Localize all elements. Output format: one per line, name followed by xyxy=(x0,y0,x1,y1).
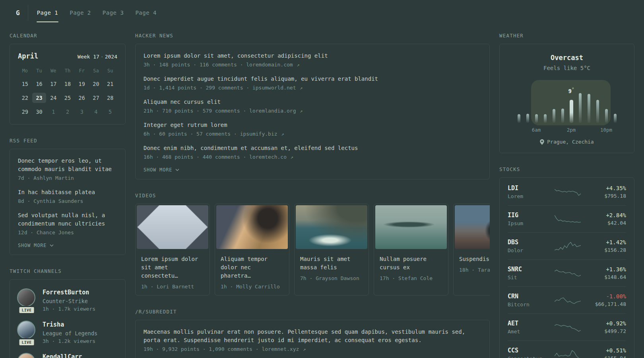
stock-identity: AETAmet xyxy=(508,320,551,335)
stock-price: $156.28 xyxy=(585,247,626,253)
stock-sparkline xyxy=(555,348,581,358)
header-tabs: Page 1Page 2Page 3Page 4 xyxy=(36,3,157,22)
tab-page-4[interactable]: Page 4 xyxy=(134,3,157,22)
video-thumbnail xyxy=(216,205,288,249)
twitch-channel[interactable]: LIVETrishaLeague of Legends3h · 1.2k vie… xyxy=(17,321,118,344)
twitch-channel[interactable]: KendallCarr xyxy=(17,353,118,358)
stock-row[interactable]: CCSConsectetur+0.51%$165.84 xyxy=(508,340,626,358)
chevron-down-icon xyxy=(175,169,179,171)
stock-row[interactable]: IIGIpsum+2.84%$42.04 xyxy=(508,205,626,232)
weather-bar xyxy=(526,114,529,123)
hacker-news-item-title[interactable]: Donec enim nibh, condimentum et accumsan… xyxy=(144,144,481,152)
external-link-icon: ↗ xyxy=(291,154,293,160)
stock-sparkline xyxy=(555,185,581,199)
hacker-news-item-title[interactable]: Aliquam nec cursus elit xyxy=(144,98,481,106)
subreddit-post-item-title[interactable]: Maecenas mollis pulvinar erat non posuer… xyxy=(144,328,481,344)
tab-page-2[interactable]: Page 2 xyxy=(69,3,92,22)
calendar-day: 1 xyxy=(46,107,60,117)
rss-section-title: RSS FEED xyxy=(10,138,126,144)
twitch-card: LIVEForrestBurtonCounter-Strike1h · 1.7k… xyxy=(10,279,126,358)
live-badge: LIVE xyxy=(18,338,35,346)
avatar-wrap: LIVE xyxy=(17,288,36,312)
rss-show-more-button[interactable]: SHOW MORE xyxy=(18,243,54,248)
weather-bar xyxy=(544,114,547,123)
stock-row[interactable]: DBSDolor+1.42%$156.28 xyxy=(508,232,626,259)
stock-price: $42.04 xyxy=(585,220,626,226)
avatar-wrap xyxy=(17,353,36,358)
video-card[interactable]: Suspendisse diam18h · Tara xyxy=(453,204,490,296)
stock-row[interactable]: CRNBitcorn-1.00%$66,171.48 xyxy=(508,286,626,313)
stock-change: -1.00% xyxy=(585,293,626,300)
calendar-day: 24 xyxy=(46,93,60,103)
hacker-news-item-meta: 21h · 710 points · 579 comments · loreml… xyxy=(144,108,481,114)
stock-ticker: AET xyxy=(508,320,551,327)
calendar-day: 26 xyxy=(75,93,89,103)
calendar-day-header: Tu xyxy=(32,68,47,75)
channel-game: League of Legends xyxy=(43,330,97,337)
stock-name: Dolor xyxy=(508,247,551,253)
calendar-day-header: We xyxy=(46,68,60,75)
hacker-news-item-title[interactable]: Integer eget rutrum lorem xyxy=(144,121,481,129)
hacker-news-item-title[interactable]: Lorem ipsum dolor sit amet, consectetur … xyxy=(144,52,481,60)
video-title: Lorem ipsum dolor sit amet consectetu… xyxy=(136,250,209,280)
twitch-channel[interactable]: LIVEForrestBurtonCounter-Strike1h · 1.7k… xyxy=(17,288,118,312)
weather-bars xyxy=(518,92,617,123)
hacker-news-item: Aliquam nec cursus elit21h · 710 points … xyxy=(144,98,481,114)
hacker-news-item-meta: 16h · 468 points · 440 comments · loremt… xyxy=(144,154,481,160)
stock-identity: CRNBitcorn xyxy=(508,293,551,307)
rss-item: Donec tempor eros leo, ut commodo mauris… xyxy=(18,157,117,181)
hacker-news-show-more-label: SHOW MORE xyxy=(144,167,172,173)
hacker-news-show-more-button[interactable]: SHOW MORE xyxy=(144,167,179,173)
calendar-day-header: Sa xyxy=(89,68,103,75)
tab-page-1[interactable]: Page 1 xyxy=(36,3,59,22)
rss-item-title[interactable]: Donec tempor eros leo, ut commodo mauris… xyxy=(18,157,117,173)
channel-name[interactable]: Trisha xyxy=(43,321,97,328)
calendar-week-number: Week 17 xyxy=(78,54,99,60)
stocks-list: LDILorem+4.35%$795.18IIGIpsum+2.84%$42.0… xyxy=(508,179,626,358)
stock-values: +4.35%$795.18 xyxy=(585,185,626,199)
hacker-news-item: Integer eget rutrum lorem6h · 60 points … xyxy=(144,121,481,137)
stock-row[interactable]: SNRCSit+1.36%$148.64 xyxy=(508,259,626,286)
rss-list: Donec tempor eros leo, ut commodo mauris… xyxy=(18,157,117,235)
hacker-news-list: Lorem ipsum dolor sit amet, consectetur … xyxy=(144,52,481,160)
calendar-section-title: CALENDAR xyxy=(10,33,126,39)
stock-price: $148.64 xyxy=(585,274,626,280)
weather-condition: Overcast xyxy=(506,54,628,62)
calendar-day: 15 xyxy=(18,79,32,89)
video-thumbnail xyxy=(375,205,447,249)
channel-meta: 1h · 1.7k viewers xyxy=(43,306,95,312)
rss-item-title[interactable]: Sed volutpat nulla nisl, a condimentum n… xyxy=(18,211,117,228)
channel-name[interactable]: KendallCarr xyxy=(43,353,82,358)
stock-sparkline xyxy=(555,239,581,253)
weather-bar xyxy=(561,109,564,123)
stock-row[interactable]: LDILorem+4.35%$795.18 xyxy=(508,179,626,205)
stock-ticker: LDI xyxy=(508,185,551,192)
rss-item-title[interactable]: In hac habitasse platea xyxy=(18,188,117,197)
stock-values: +0.51%$165.84 xyxy=(585,347,626,358)
tab-page-3[interactable]: Page 3 xyxy=(102,3,125,22)
hacker-news-item-title[interactable]: Donec imperdiet augue tincidunt felis al… xyxy=(144,75,481,83)
channel-name[interactable]: ForrestBurton xyxy=(43,289,95,296)
video-card[interactable]: Mauris sit amet massa felis7h · Grayson … xyxy=(294,204,369,296)
stock-row[interactable]: AETAmet+0.92%$499.72 xyxy=(508,313,626,340)
stock-name: Lorem xyxy=(508,193,551,199)
hacker-news-item: Lorem ipsum dolor sit amet, consectetur … xyxy=(144,52,481,68)
video-title: Mauris sit amet massa felis xyxy=(295,250,369,272)
weather-bar xyxy=(535,114,538,123)
stock-values: -1.00%$66,171.48 xyxy=(585,293,626,307)
stock-ticker: IIG xyxy=(508,212,551,219)
app-logo[interactable]: G xyxy=(10,3,28,22)
video-card[interactable]: Aliquam tempor dolor nec pharetra…1h · M… xyxy=(215,204,289,296)
video-meta: 17h · Stefan Cole xyxy=(374,275,448,281)
avatar xyxy=(17,353,35,358)
channel-info: TrishaLeague of Legends3h · 1.2k viewers xyxy=(43,321,97,344)
video-card[interactable]: Nullam posuere cursus ex17h · Stefan Col… xyxy=(374,204,448,296)
weather-bar xyxy=(518,114,520,123)
stock-values: +1.36%$148.64 xyxy=(585,266,626,280)
stock-price: $499.72 xyxy=(585,328,626,334)
live-badge: LIVE xyxy=(18,306,35,314)
hacker-news-item-meta: 6h · 60 points · 57 comments · ipsumify.… xyxy=(144,131,481,137)
video-card[interactable]: Lorem ipsum dolor sit amet consectetu…1h… xyxy=(135,204,210,296)
hacker-news-card: Lorem ipsum dolor sit amet, consectetur … xyxy=(135,44,490,179)
stock-identity: CCSConsectetur xyxy=(508,347,551,358)
